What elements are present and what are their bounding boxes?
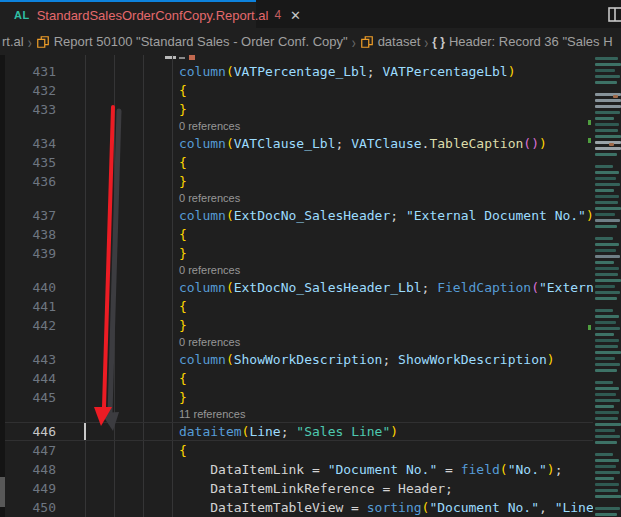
minimap-line (595, 105, 621, 108)
breadcrumb: rt.al › Report 50100 "Standard Sales - O… (0, 28, 621, 55)
minimap-line (595, 483, 619, 486)
chevron-right-icon: › (24, 32, 36, 52)
minimap-git-added-tick (588, 120, 591, 125)
minimap-line (595, 327, 620, 330)
symbol-object-icon: { } (432, 35, 445, 49)
minimap-line (595, 219, 620, 222)
minimap-line (595, 465, 616, 468)
code-line-433[interactable]: 433 } (0, 100, 593, 119)
code-line-438[interactable]: 438 { (0, 225, 593, 244)
minimap-line (595, 273, 618, 276)
codelens-references[interactable]: 11 references (0, 407, 593, 422)
code-line-445[interactable]: 445 } (0, 388, 593, 407)
code-line-431[interactable]: 431 column(VATPercentage_Lbl; VATPercent… (0, 62, 593, 81)
minimap-line (595, 393, 616, 396)
code-text: column(ExtDocNo_SalesHeader_Lbl; FieldCa… (56, 278, 593, 297)
code-text: } (56, 172, 187, 191)
code-text: { (56, 297, 187, 316)
code-text: { (56, 81, 187, 100)
minimap-line (595, 249, 616, 252)
code-text: DataItemLink = "Document No." = field("N… (56, 460, 562, 479)
codelens-references[interactable]: 0 references (0, 191, 593, 206)
minimap-line (595, 63, 621, 66)
line-number: 433 (0, 100, 56, 119)
tab-bar: AL StandardSalesOrderConfCopy.Report.al … (0, 0, 621, 28)
breadcrumb-item-dataset[interactable]: dataset (360, 34, 421, 49)
code-line-442[interactable]: 442 } (0, 316, 593, 335)
code-text: } (56, 316, 187, 335)
code-text: } (56, 244, 187, 263)
minimap-line (595, 333, 614, 336)
minimap-line (595, 99, 621, 102)
codelens-references[interactable]: 0 references (0, 263, 593, 278)
breadcrumb-item-report[interactable]: Report 50100 "Standard Sales - Order Con… (36, 34, 348, 49)
minimap-line (595, 255, 620, 258)
code-text: { (56, 369, 187, 388)
code-line-450[interactable]: 450 DataItemTableView = sorting("Documen… (0, 498, 593, 517)
minimap-line (595, 297, 617, 300)
line-number: 450 (0, 498, 56, 517)
minimap-line (595, 183, 620, 186)
minimap-line (595, 153, 617, 156)
line-number: 432 (0, 81, 56, 100)
code-text: { (56, 225, 187, 244)
breadcrumb-item-file[interactable]: rt.al (2, 34, 24, 49)
minimap-line (595, 117, 614, 120)
minimap-line (595, 315, 619, 318)
minimap-git-added-tick (588, 325, 591, 330)
minimap-line (595, 495, 621, 498)
code-line-436[interactable]: 436 } (0, 172, 593, 191)
text-cursor (84, 423, 86, 440)
minimap-line (595, 81, 617, 84)
codelens-references[interactable]: 0 references (0, 119, 593, 134)
code-line-432[interactable]: 432 { (0, 81, 593, 100)
line-number: 449 (0, 479, 56, 498)
codelens-references[interactable]: 0 references (0, 335, 593, 350)
minimap-line (595, 267, 619, 270)
chevron-right-icon: › (420, 32, 432, 52)
line-number: 431 (0, 62, 56, 81)
minimap-line (595, 459, 619, 462)
minimap-line (595, 309, 613, 312)
code-line-447[interactable]: 447 { (0, 441, 593, 460)
tab-active-file[interactable]: AL StandardSalesOrderConfCopy.Report.al … (0, 0, 256, 28)
minimap[interactable] (593, 55, 621, 517)
minimap-line (595, 57, 618, 60)
code-line-441[interactable]: 441 { (0, 297, 593, 316)
minimap-line (595, 513, 617, 516)
breadcrumb-item-header[interactable]: { } Header: Record 36 "Sales H (432, 34, 612, 49)
minimap-line (595, 69, 615, 72)
minimap-line (595, 213, 615, 216)
line-number: 444 (0, 369, 56, 388)
code-line-440[interactable]: 440 column(ExtDocNo_SalesHeader_Lbl; Fie… (0, 278, 593, 297)
code-line-448[interactable]: 448 DataItemLink = "Document No." = fiel… (0, 460, 593, 479)
minimap-line (595, 291, 620, 294)
code-line-446[interactable]: 446 dataitem(Line; "Sales Line") (0, 422, 593, 441)
code-text: } (56, 388, 187, 407)
symbol-class-icon (360, 35, 374, 49)
code-line-449[interactable]: 449 DataItemLinkReference = Header; (0, 479, 593, 498)
line-number: 447 (0, 441, 56, 460)
minimap-line (595, 135, 621, 138)
minimap-line (595, 75, 620, 78)
split-editor-icon[interactable] (608, 7, 621, 22)
minimap-line (595, 357, 615, 360)
code-line-437[interactable]: 437 column(ExtDocNo_SalesHeader; "Extern… (0, 206, 593, 225)
code-text: DataItemLinkReference = Header; (56, 479, 453, 498)
line-number: 436 (0, 172, 56, 191)
code-line-439[interactable]: 439 } (0, 244, 593, 263)
code-line-443[interactable]: 443 column(ShowWorkDescription; ShowWork… (0, 350, 593, 369)
close-icon[interactable]: ✕ (290, 9, 301, 22)
code-editor[interactable]: 431 column(VATPercentage_Lbl; VATPercent… (0, 55, 621, 517)
code-line-434[interactable]: 434 column(VATClause_Lbl; VATClause.Tabl… (0, 134, 593, 153)
minimap-line (595, 201, 618, 204)
code-line-444[interactable]: 444 { (0, 369, 593, 388)
line-number: 442 (0, 316, 56, 335)
minimap-line (595, 171, 619, 174)
chevron-right-icon: › (348, 32, 360, 52)
line-number: 439 (0, 244, 56, 263)
sidebar-scrollbar-thumb[interactable] (0, 477, 5, 507)
minimap-line (595, 207, 621, 210)
code-text: { (56, 153, 187, 172)
code-line-435[interactable]: 435 { (0, 153, 593, 172)
